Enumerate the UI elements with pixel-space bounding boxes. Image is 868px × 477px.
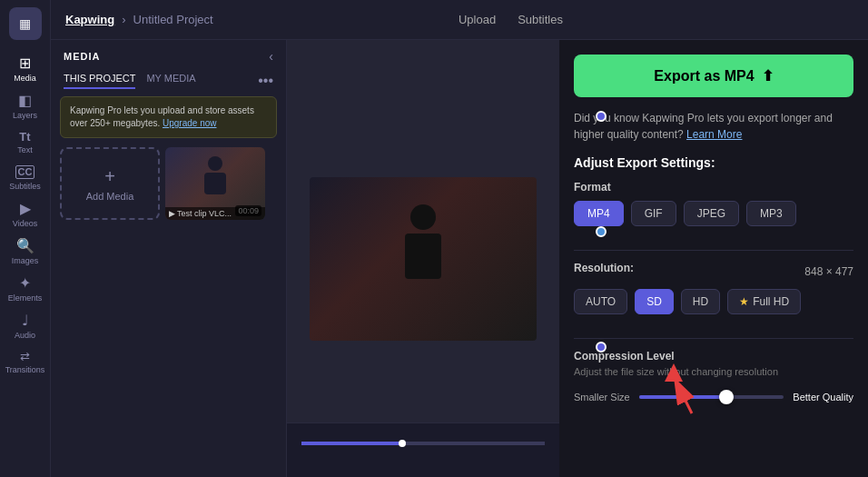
transitions-icon: ⇄ [20, 351, 30, 363]
red-arrow-annotation [665, 359, 737, 422]
upgrade-link[interactable]: Upgrade now [163, 118, 216, 128]
project-name[interactable]: Untitled Project [133, 13, 213, 26]
sidebar-item-label: Layers [13, 111, 37, 120]
resolution-row: Resolution: 848 × 477 [574, 262, 853, 282]
resolution-value: 848 × 477 [804, 265, 853, 278]
media-panel: MEDIA ‹ THIS PROJECT MY MEDIA ••• Kapwin… [51, 40, 287, 477]
sidebar-item-label: Media [14, 74, 36, 83]
format-jpeg-button[interactable]: JPEG [684, 201, 739, 226]
sidebar-item-subtitles[interactable]: CC Subtitles [0, 160, 50, 196]
divider-2 [574, 338, 853, 339]
star-icon: ★ [739, 295, 749, 308]
svg-line-1 [674, 377, 692, 413]
sidebar-item-label: Subtitles [9, 182, 41, 191]
canvas-area [287, 40, 559, 477]
media-grid: + Add Media 00:09 ▶ Test clip VLC... [51, 147, 286, 220]
main-area: MEDIA ‹ THIS PROJECT MY MEDIA ••• Kapwin… [51, 40, 868, 477]
svg-marker-2 [665, 363, 683, 382]
topbar-nav: Upload Subtitles [459, 13, 563, 26]
canvas-body [405, 234, 441, 279]
sidebar-item-label: Videos [13, 219, 37, 228]
add-media-label: Add Media [86, 191, 134, 202]
divider-1 [574, 250, 853, 251]
export-section-title: Adjust Export Settings: [574, 155, 853, 170]
learn-more-link[interactable]: Learn More [686, 128, 742, 141]
export-icon: ⬆ [762, 67, 774, 84]
sidebar-item-label: Elements [8, 293, 43, 303]
format-gif-button[interactable]: GIF [631, 201, 676, 226]
audio-icon: ♩ [22, 313, 29, 328]
figure-head [208, 156, 222, 171]
nav-subtitles[interactable]: Subtitles [518, 13, 563, 26]
sidebar: ▦ ⊞ Media ◧ Layers Tt Text CC Subtitles … [0, 0, 51, 477]
resolution-buttons: AUTO SD HD ★ Full HD [574, 289, 853, 314]
timeline-dots-container [596, 40, 607, 422]
media-notification: Kapwing Pro lets you upload and store as… [60, 96, 277, 138]
topbar: Kapwing › Untitled Project Upload Subtit… [51, 0, 868, 40]
media-header: MEDIA ‹ [51, 40, 286, 73]
sidebar-item-media[interactable]: ⊞ Media [0, 51, 50, 88]
timeline-area [287, 422, 559, 477]
format-label: Format [574, 181, 853, 194]
canvas-head [410, 204, 436, 230]
sidebar-item-audio[interactable]: ♩ Audio [0, 308, 50, 345]
media-panel-title: MEDIA [64, 51, 100, 62]
compression-label-left: Smaller Size [574, 392, 630, 402]
timeline-track[interactable] [301, 442, 545, 445]
sidebar-item-transitions[interactable]: ⇄ Transitions [0, 345, 50, 380]
figure-body [204, 173, 226, 194]
timeline-dot-bot[interactable] [596, 342, 607, 353]
tab-this-project[interactable]: THIS PROJECT [64, 73, 135, 89]
subtitles-icon: CC [15, 165, 35, 179]
sidebar-item-videos[interactable]: ▶ Videos [0, 196, 50, 234]
media-tabs: THIS PROJECT MY MEDIA ••• [51, 73, 286, 89]
topbar-brand: Kapwing › Untitled Project [65, 13, 213, 26]
timeline-dot-top[interactable] [596, 111, 607, 122]
breadcrumb-separator: › [122, 13, 125, 26]
tab-my-media[interactable]: MY MEDIA [146, 73, 195, 89]
sidebar-item-images[interactable]: 🔍 Images [0, 234, 50, 271]
canvas-preview [310, 177, 537, 341]
videos-icon: ▶ [20, 202, 31, 216]
sidebar-item-label: Audio [15, 331, 35, 340]
export-button-label: Export as MP4 [654, 68, 754, 84]
sidebar-logo[interactable]: ▦ [9, 7, 42, 40]
timeline-dot-mid[interactable] [596, 226, 607, 237]
add-icon: + [104, 166, 115, 187]
elements-icon: ✦ [19, 276, 31, 291]
resolution-fullhd-button[interactable]: ★ Full HD [727, 289, 801, 314]
timeline-progress [301, 442, 399, 445]
sidebar-item-elements[interactable]: ✦ Elements [0, 271, 50, 308]
figure-silhouette [192, 156, 238, 211]
resolution-hd-button[interactable]: HD [681, 289, 720, 314]
collapse-button[interactable]: ‹ [269, 49, 273, 64]
add-media-button[interactable]: + Add Media [60, 147, 160, 220]
format-buttons: MP4 GIF JPEG MP3 [574, 201, 853, 226]
sidebar-item-layers[interactable]: ◧ Layers [0, 88, 50, 125]
sidebar-item-label: Transitions [5, 365, 45, 374]
text-icon: Tt [19, 131, 30, 143]
brand-name[interactable]: Kapwing [65, 13, 114, 26]
export-button[interactable]: Export as MP4 ⬆ [574, 55, 853, 97]
file-icon: ▶ [169, 209, 175, 218]
media-icon: ⊞ [19, 56, 31, 71]
layers-icon: ◧ [18, 94, 32, 108]
resolution-sd-button[interactable]: SD [635, 289, 674, 314]
export-info: Did you know Kapwing Pro lets you export… [574, 110, 853, 143]
timeline-handle[interactable] [399, 440, 406, 447]
format-mp3-button[interactable]: MP3 [746, 201, 796, 226]
canvas-figure [387, 204, 459, 313]
nav-upload[interactable]: Upload [459, 13, 496, 26]
file-name: Test clip VLC... [177, 209, 232, 218]
sidebar-item-label: Text [17, 145, 33, 154]
thumbnail-name: ▶ Test clip VLC... [165, 207, 265, 220]
images-icon: 🔍 [16, 239, 35, 253]
media-thumbnail[interactable]: 00:09 ▶ Test clip VLC... [165, 147, 265, 220]
sidebar-item-label: Images [12, 256, 39, 265]
logo-icon: ▦ [19, 16, 31, 31]
sidebar-item-text[interactable]: Tt Text [0, 125, 50, 160]
tab-more-button[interactable]: ••• [258, 73, 273, 89]
compression-label-right: Better Quality [793, 392, 853, 402]
full-hd-label: Full HD [753, 295, 789, 308]
